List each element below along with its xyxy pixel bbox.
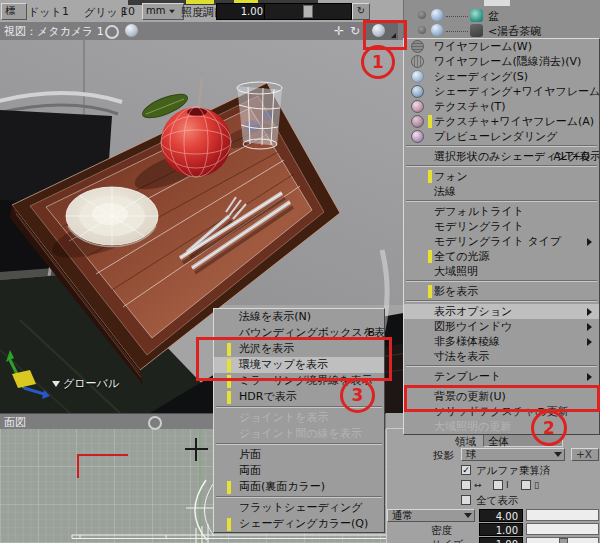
menu-item-non-manifold-edges[interactable]: 非多様体稜線 — [404, 334, 599, 349]
enabled-marker — [227, 391, 231, 404]
annotation-box-2 — [404, 385, 600, 412]
blend-slider[interactable] — [526, 509, 599, 521]
menu-item-preview-render[interactable]: プレビューレンダリング — [404, 129, 599, 144]
menu-item-shading-wireframe[interactable]: シェーディング+ワイヤフレーム(H) — [404, 84, 599, 99]
enabled-marker — [428, 285, 432, 298]
tile-checkbox[interactable] — [521, 480, 531, 490]
tile-icon: ▯ — [534, 480, 539, 490]
wireframe-sphere-icon — [411, 40, 424, 53]
enabled-marker — [227, 518, 231, 531]
menu-item-phong[interactable]: フォン — [404, 169, 599, 184]
coord-dropdown[interactable]: 標 — [1, 3, 27, 20]
shortcut-label: ALT+Q — [553, 149, 590, 164]
menu-item-wireframe[interactable]: ワイヤフレーム(W) — [404, 39, 599, 54]
menu-item-flat-shading[interactable]: フラットシェーディング — [214, 500, 384, 516]
preview-render-sphere-icon — [411, 130, 424, 143]
object-name[interactable]: <湯呑茶碗 — [488, 24, 541, 39]
expand-axis-button[interactable]: +X — [571, 448, 599, 461]
menu-item-all-lights[interactable]: 全ての光源 — [404, 249, 599, 264]
enabled-marker — [428, 170, 432, 183]
tree-line — [446, 31, 468, 32]
enabled-marker — [428, 115, 432, 128]
menu-item-show-shadow[interactable]: 影を表示 — [404, 284, 599, 299]
show-all-label: 全て表示 — [476, 494, 518, 508]
menu-item-shading[interactable]: シェーディング(S) — [404, 69, 599, 84]
menu-item-show-dimensions[interactable]: 寸法を表示 — [404, 349, 599, 364]
illumination-reset-button[interactable]: ↻ — [352, 3, 370, 20]
target-icon[interactable] — [105, 25, 119, 39]
menu-item-texture-wireframe[interactable]: テクスチャ+ワイヤフレーム(A) — [404, 114, 599, 129]
texture-sphere-icon — [411, 100, 424, 113]
menu-item-single-sided[interactable]: 片面 — [214, 447, 384, 463]
alpha-premultiplied-label: アルファ乗算済 — [476, 464, 550, 478]
menu-item-global-illumination[interactable]: 大域照明 — [404, 264, 599, 279]
coordinate-mode-label[interactable]: グローバル — [52, 376, 119, 391]
menu-item-default-light[interactable]: デフォルトライト — [404, 204, 599, 219]
reset-icon: ↻ — [357, 5, 365, 16]
glass-cup — [237, 82, 282, 149]
front-view-title[interactable]: 面図 — [4, 415, 26, 430]
size-label: サイズ — [431, 538, 463, 543]
illumination-slider[interactable] — [264, 3, 352, 20]
viewport-title[interactable]: 視図：メタカメラ 1 — [4, 24, 104, 39]
sphere-icon[interactable] — [125, 24, 138, 37]
menu-item-selected-only-shading[interactable]: 選択形状のみシェーディング表示ALT+Q — [404, 149, 599, 164]
menu-item-display-options[interactable]: 表示オプション — [404, 304, 599, 319]
dot-label: ドット — [28, 5, 62, 20]
object-browser: 盆 <湯呑茶碗 — [403, 0, 600, 38]
menu-item-template[interactable]: テンプレート — [404, 369, 599, 384]
orbit-icon[interactable]: ↻ — [350, 24, 360, 38]
shading-toggle-icon[interactable] — [431, 24, 443, 36]
clamp-icon: Ⅰ — [506, 480, 509, 490]
object-row-tray[interactable]: 盆 — [404, 8, 600, 22]
dropdown-arrow-icon — [170, 9, 176, 13]
blend-mode-dropdown[interactable]: 通常 — [387, 509, 475, 522]
shading-sphere-icon — [411, 70, 424, 83]
size-value[interactable]: 1.00 — [479, 537, 523, 543]
target-icon[interactable] — [148, 416, 162, 430]
object-row-teacup[interactable]: <湯呑茶碗 — [404, 23, 600, 37]
grid-value[interactable]: 10 — [121, 5, 135, 18]
show-all-checkbox[interactable] — [461, 495, 471, 505]
dropdown-arrow-icon — [52, 381, 60, 387]
menu-item-normals[interactable]: 法線 — [404, 184, 599, 199]
menu-item-modeling-light-type[interactable]: モデリングライト タイプ — [404, 234, 599, 249]
region-label: 領域 — [455, 435, 476, 449]
density-value[interactable]: 1.00 — [479, 523, 523, 536]
menu-item-shading-color[interactable]: シェーディングカラー(Q) — [214, 516, 384, 532]
texture-wireframe-sphere-icon — [411, 115, 424, 128]
enabled-marker — [227, 481, 231, 494]
shading-toggle-icon[interactable] — [431, 9, 443, 21]
projection-dropdown[interactable]: 球 — [461, 448, 565, 461]
menu-item-show-normals[interactable]: 法線を表示(N) — [214, 309, 384, 325]
menu-item-wireframe-hidden[interactable]: ワイヤフレーム(隠線消去)(V) — [404, 54, 599, 69]
menu-item-double-sided[interactable]: 両面 — [214, 463, 384, 479]
wrap-u-checkbox[interactable] — [461, 480, 471, 490]
object-folder-partial — [484, 0, 510, 6]
material-mapping-panel: 領域 全体 投影 球 +X ✓ アルファ乗算済 ↔ Ⅰ ▯ 全て表示 通常 4.… — [386, 428, 600, 543]
projection-label: 投影 — [433, 449, 454, 463]
size-slider[interactable] — [526, 537, 599, 543]
density-slider[interactable] — [526, 523, 599, 535]
menu-item-graphics-window[interactable]: 図形ウインドウ — [404, 319, 599, 334]
pan-icon[interactable]: ✛ — [334, 24, 344, 38]
menu-item-double-sided-backcolor[interactable]: 両面(裏面カラー) — [214, 479, 384, 495]
slider-thumb[interactable] — [559, 538, 568, 543]
visibility-toggle-icon[interactable] — [418, 26, 426, 34]
wrap-v-checkbox[interactable] — [493, 480, 503, 490]
slider-thumb[interactable] — [303, 5, 313, 18]
unit-dropdown[interactable]: mm — [142, 3, 184, 20]
dropdown-arrow-icon — [554, 452, 562, 457]
menu-item-texture[interactable]: テクスチャ(T) — [404, 99, 599, 114]
alpha-premultiplied-checkbox[interactable]: ✓ — [461, 465, 471, 475]
dot-value[interactable]: 1 — [62, 5, 69, 18]
menu-item-update-global-illumination: 大域照明の更新 — [404, 419, 599, 434]
visibility-toggle-icon[interactable] — [418, 11, 426, 19]
flip-icon: ↔ — [474, 480, 482, 490]
menu-item-modeling-light[interactable]: モデリングライト — [404, 219, 599, 234]
shading-context-menu: ワイヤフレーム(W) ワイヤフレーム(隠線消去)(V) シェーディング(S) シ… — [403, 38, 600, 435]
object-name[interactable]: 盆 — [488, 9, 499, 24]
illumination-value[interactable]: 1.00 — [216, 3, 268, 20]
density-label: 密度 — [431, 524, 452, 538]
blend-value[interactable]: 4.00 — [479, 509, 523, 522]
